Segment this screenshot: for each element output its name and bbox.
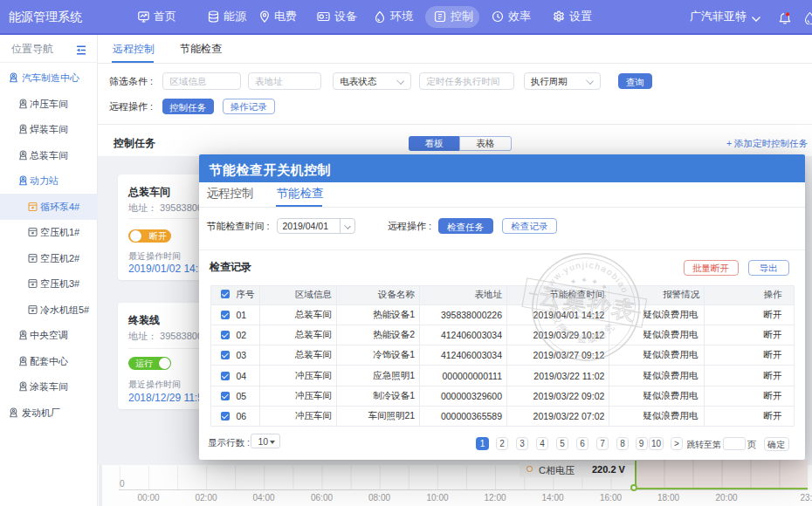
svg-text:✦: ✦ [569,277,578,286]
svg-text:✦: ✦ [600,283,609,292]
svg-text:✦: ✦ [590,277,599,287]
svg-text:✦: ✦ [581,276,589,285]
